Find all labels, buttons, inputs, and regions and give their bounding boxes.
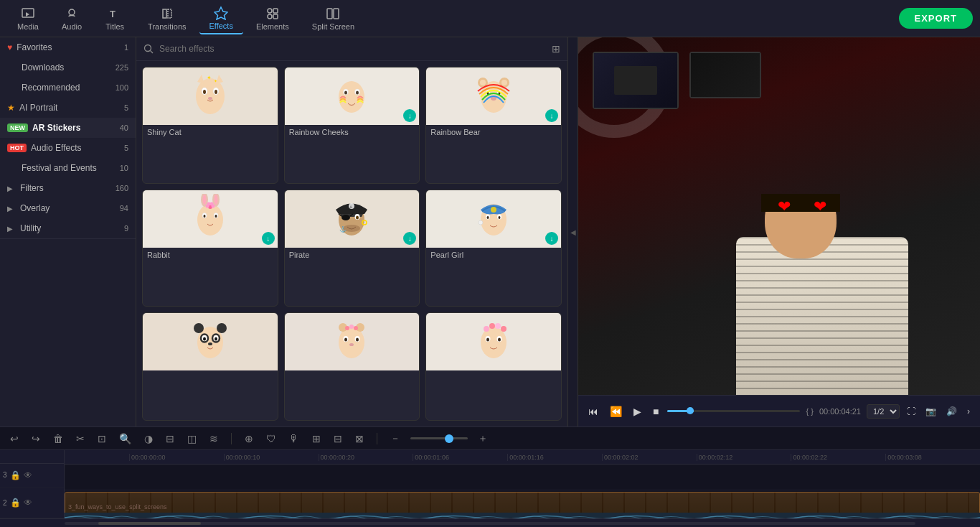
track-add-button[interactable]: ⊞ [309, 432, 324, 446]
toolbar-media[interactable]: Media [7, 4, 49, 34]
undo-button[interactable]: ↩ [7, 432, 22, 446]
scrollbar-thumb[interactable] [98, 522, 200, 525]
redo-button[interactable]: ↪ [29, 432, 43, 446]
sidebar-item-audio-effects[interactable]: HOT Audio Effects 5 [0, 138, 136, 158]
effect-thumb-pearl-girl [472, 194, 515, 244]
search-bar: ⊞ [136, 37, 567, 61]
preview-progress-bar[interactable] [667, 410, 800, 412]
download-icon-pirate[interactable]: ↓ [403, 232, 416, 245]
stop-button[interactable]: ■ [650, 404, 661, 419]
effect-card-9[interactable] [425, 312, 562, 421]
split-button[interactable]: ⊟ [331, 432, 345, 446]
toolbar-titles[interactable]: T Titles [95, 4, 135, 34]
ruler-mark-0: 00:00:00:00 [129, 454, 224, 461]
svg-point-94 [501, 326, 507, 332]
track-number-2: 2 [3, 499, 7, 507]
svg-point-31 [501, 80, 507, 85]
preview-controls: ⏮ ⏪ ▶ ■ { } 00:00:04:21 1/2 ⛶ 📷 🔊 › [578, 395, 980, 426]
svg-marker-3 [215, 7, 227, 19]
preview-panel: ❤ ❤ ⏮ ⏪ ▶ ■ [578, 37, 980, 426]
grid-toggle-icon[interactable]: ⊞ [552, 43, 560, 55]
toolbar-transitions[interactable]: Transitions [138, 4, 196, 34]
svg-text:T: T [110, 9, 116, 19]
mic-button[interactable]: 🎙 [286, 432, 302, 446]
snap-button[interactable]: ⊕ [242, 432, 256, 446]
sidebar-item-utility[interactable]: ▶ Utility 9 [0, 218, 136, 238]
transform-button[interactable]: ⊟ [163, 432, 177, 446]
preview-ratio-select[interactable]: 1/2 [867, 404, 900, 419]
sidebar-item-overlay[interactable]: ▶ Overlay 94 [0, 198, 136, 218]
audio-clip-button[interactable]: ≋ [207, 432, 221, 446]
download-icon-rabbit[interactable]: ↓ [262, 232, 275, 245]
toolbar-elements[interactable]: Elements [246, 4, 299, 34]
zoom-in-button[interactable]: 🔍 [116, 432, 134, 446]
effect-label-pearl-girl: Pearl Girl [426, 248, 561, 262]
svg-point-91 [484, 326, 489, 332]
effect-card-rabbit[interactable]: ↓ Rabbit [142, 190, 278, 307]
search-input[interactable] [159, 44, 546, 54]
volume-button[interactable]: 🔊 [943, 405, 960, 418]
track-headers: 3 🔒 👁 2 🔒 👁 [0, 450, 65, 518]
shield-button[interactable]: 🛡 [263, 432, 279, 446]
toolbar-split-screen[interactable]: Split Screen [302, 4, 364, 34]
empty-track-content[interactable] [65, 465, 980, 490]
track-visible-icon-2[interactable]: 👁 [24, 498, 32, 508]
effect-card-rainbow-bear[interactable]: ↓ Rainbow Bear [425, 67, 562, 184]
crop-button[interactable]: ⊡ [95, 432, 109, 446]
search-icon [143, 44, 154, 54]
empty-track-row [65, 465, 980, 490]
delete-button[interactable]: 🗑 [50, 432, 66, 446]
track-lock-icon[interactable]: 🔒 [10, 470, 21, 480]
zoom-in-tl-button[interactable]: ＋ [475, 431, 491, 447]
svg-point-4 [268, 9, 272, 13]
play-button[interactable]: ▶ [631, 404, 644, 419]
export-button[interactable]: EXPORT [899, 8, 973, 29]
time-ruler: 00:00:00:00 00:00:00:10 00:00:00:20 00:0… [65, 450, 980, 465]
skip-back-button[interactable]: ⏮ [585, 404, 601, 419]
effect-card-pearl-girl[interactable]: ↓ Pearl Girl [425, 190, 562, 307]
panel-collapse-handle[interactable]: ◀ [568, 37, 578, 426]
zoom-slider[interactable] [410, 437, 468, 439]
svg-rect-0 [22, 9, 34, 17]
preview-video: ❤ ❤ [578, 37, 980, 395]
toolbar-effects[interactable]: Effects [199, 3, 243, 34]
svg-point-40 [202, 195, 206, 205]
trim-button[interactable]: ◫ [184, 432, 199, 446]
sidebar-item-filters[interactable]: ▶ Filters 160 [0, 178, 136, 198]
detach-button[interactable]: ⊠ [352, 432, 367, 446]
effect-card-rainbow-cheeks[interactable]: ↓ Rainbow Cheeks [284, 67, 420, 184]
sidebar-item-recommended[interactable]: Recommended 100 [0, 78, 136, 98]
video-track-content[interactable]: 3_fun_ways_to_use_split_screens [65, 490, 980, 518]
cut-button[interactable]: ✂ [73, 432, 88, 446]
effect-label-7 [143, 370, 278, 376]
track-lock-icon-2[interactable]: 🔒 [10, 498, 21, 508]
zoom-out-tl-button[interactable]: － [387, 431, 403, 447]
effect-label-rainbow-bear: Rainbow Bear [426, 125, 561, 139]
download-icon-pearl-girl[interactable]: ↓ [545, 232, 558, 245]
effect-card-8[interactable] [284, 312, 420, 421]
timeline-scrollbar[interactable] [0, 518, 980, 527]
svg-point-89 [349, 343, 354, 346]
ruler-mark-4: 00:00:01:16 [507, 454, 602, 461]
svg-point-97 [486, 338, 489, 342]
download-icon-rainbow-bear[interactable]: ↓ [545, 109, 558, 122]
sidebar-item-ar-stickers[interactable]: NEW AR Stickers 40 [0, 118, 136, 138]
effect-label-8 [285, 370, 420, 376]
track-header-2: 2 🔒 👁 [0, 488, 64, 518]
toolbar-audio[interactable]: Audio [52, 4, 92, 34]
main-content: ♥ Favorites 1 Downloads 225 Recommended … [0, 37, 980, 426]
step-back-button[interactable]: ⏪ [607, 404, 625, 419]
sidebar-item-ai-portrait[interactable]: ★ AI Portrait 5 [0, 98, 136, 118]
sidebar-item-festival-events[interactable]: Festival and Events 10 [0, 158, 136, 178]
fullscreen-button[interactable]: ⛶ [904, 405, 918, 418]
effect-card-pirate[interactable]: ☠ ⚓ [284, 190, 420, 307]
download-icon-rainbow-cheeks[interactable]: ↓ [403, 109, 416, 122]
screenshot-button[interactable]: 📷 [923, 405, 939, 418]
track-visible-icon[interactable]: 👁 [24, 470, 32, 480]
sidebar-item-favorites[interactable]: ♥ Favorites 1 [0, 37, 136, 57]
more-options-button[interactable]: › [964, 405, 973, 418]
color-button[interactable]: ◑ [141, 432, 156, 446]
effect-card-7[interactable] [142, 312, 278, 421]
sidebar-item-downloads[interactable]: Downloads 225 [0, 57, 136, 78]
effect-card-shiny-cat[interactable]: ✦ ✦ Shiny Cat [142, 67, 278, 184]
